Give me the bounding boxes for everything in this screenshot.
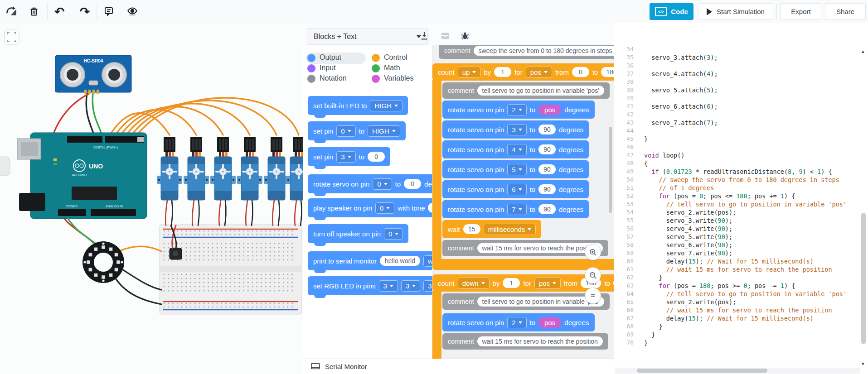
block-dropdown[interactable]: 7 xyxy=(507,204,526,215)
loop-end[interactable] xyxy=(432,259,614,270)
block-value-input[interactable]: 1 xyxy=(494,67,511,77)
block-dropdown[interactable]: pos xyxy=(534,278,561,289)
block-dropdown[interactable]: 0 xyxy=(336,125,355,137)
block-dropdown[interactable]: 3 xyxy=(507,124,526,135)
block-dropdown[interactable]: 0 xyxy=(384,228,403,240)
block-value-input[interactable]: 90 xyxy=(538,125,556,134)
block-dropdown[interactable]: pos xyxy=(526,67,552,78)
block-value-input[interactable]: 0 xyxy=(572,67,589,77)
code-vertical-scrollbar[interactable] xyxy=(861,213,866,344)
count-loop-block[interactable]: countupby1forposfrom0to180 xyxy=(432,63,614,81)
comment-block[interactable]: commentwait 15 ms for servo to reach the… xyxy=(442,240,608,256)
micro-servo-4[interactable] xyxy=(237,137,262,225)
code-button[interactable]: </> Code xyxy=(650,3,693,20)
wait-block[interactable]: wait15milliseconds xyxy=(442,220,541,238)
block-value-input[interactable]: 90 xyxy=(538,164,556,174)
serial-monitor-toggle[interactable]: Serial Monitor xyxy=(303,359,614,374)
block-value-input[interactable]: sweep the servo from 0 to 180 degrees in… xyxy=(474,46,614,56)
start-simulation-button[interactable]: Start Simulation xyxy=(698,3,773,20)
block-dropdown[interactable]: 4 xyxy=(507,144,526,155)
block-value-input[interactable]: 600 xyxy=(428,203,432,213)
share-button[interactable]: Share xyxy=(825,3,866,20)
workspace-scrollbar[interactable] xyxy=(609,127,612,213)
block-dropdown[interactable]: 2 xyxy=(507,104,526,115)
category-notation[interactable]: Notation xyxy=(320,74,347,82)
block-value-input[interactable]: 0 xyxy=(368,152,385,162)
category-dot-notation[interactable] xyxy=(307,75,315,83)
code-text[interactable]: servo_3.attach(3); servo_4.attach(4); se… xyxy=(644,45,858,347)
block-value-input[interactable]: 1 xyxy=(503,278,520,288)
block-dropdown[interactable]: HIGH xyxy=(370,100,402,111)
zoom-in-button[interactable] xyxy=(585,244,601,260)
block-dropdown[interactable]: 0 xyxy=(373,178,392,190)
micro-servo-2[interactable] xyxy=(184,137,209,225)
rotate-servo-block[interactable]: rotate servo on pin3to90degrees xyxy=(442,120,589,139)
download-icon[interactable] xyxy=(417,28,432,43)
redo-icon[interactable]: ↷ xyxy=(77,4,92,19)
block-dropdown[interactable]: milliseconds xyxy=(484,224,536,235)
category-output[interactable]: Output xyxy=(320,53,341,62)
micro-servo-6[interactable] xyxy=(286,137,303,225)
rotate-servo-block[interactable]: rotate servo on pin7to90degrees xyxy=(442,200,589,218)
category-dot-variables[interactable] xyxy=(372,75,380,83)
palette-block[interactable]: set pin3to0 xyxy=(308,147,390,166)
block-dropdown[interactable]: 0 xyxy=(375,202,394,214)
scroll-down-arrow[interactable]: ▼ xyxy=(861,361,865,366)
trash-icon[interactable] xyxy=(26,4,42,19)
block-dropdown[interactable]: up xyxy=(458,67,481,78)
block-dropdown[interactable]: 3 xyxy=(401,280,420,292)
block-dropdown[interactable]: down xyxy=(458,278,490,289)
block-variable[interactable]: pos xyxy=(538,105,561,115)
undo-icon[interactable]: ↶ xyxy=(52,4,67,19)
neopixel-ring[interactable] xyxy=(82,241,124,283)
block-dropdown[interactable]: with newline xyxy=(423,255,432,267)
loop-spine[interactable] xyxy=(432,80,441,259)
code-horizontal-scrollbar[interactable] xyxy=(637,369,767,373)
zoom-reset-button[interactable]: = xyxy=(585,288,601,304)
rotate-servo-block[interactable]: rotate servo on pin6to90degrees xyxy=(442,180,589,198)
block-value-input[interactable]: 90 xyxy=(538,184,556,194)
block-value-input[interactable]: tell servo to go to position in variable… xyxy=(477,86,604,96)
micro-servo-3[interactable] xyxy=(210,137,236,225)
category-variables[interactable]: Variables xyxy=(384,74,414,82)
block-dropdown[interactable]: 3 xyxy=(379,280,398,292)
rotate-icon[interactable] xyxy=(4,4,19,19)
loop-spine[interactable] xyxy=(432,291,441,359)
palette-block[interactable]: print to serial monitorhello worldwith n… xyxy=(308,251,432,270)
library-icon[interactable] xyxy=(437,28,453,43)
rotate-servo-block[interactable]: rotate servo on pin4to90degrees xyxy=(442,140,589,158)
block-value-input[interactable]: 90 xyxy=(538,204,556,214)
block-value-input[interactable]: 90 xyxy=(538,144,556,154)
block-dropdown[interactable]: 6 xyxy=(507,184,526,195)
debug-icon[interactable] xyxy=(457,28,473,43)
category-dot-output[interactable] xyxy=(307,54,315,62)
servo-signal-wires[interactable] xyxy=(109,98,299,137)
comment-block[interactable]: commentwait 15 ms for servo to reach the… xyxy=(442,333,608,350)
category-math[interactable]: Math xyxy=(384,64,400,72)
category-input[interactable]: Input xyxy=(320,64,336,72)
block-dropdown[interactable]: 3 xyxy=(423,280,432,292)
ultrasonic-sensor[interactable]: HC-SR04 xyxy=(55,55,131,94)
block-value-input[interactable]: hello world xyxy=(380,256,420,266)
rotate-servo-block[interactable]: rotate servo on pin2toposdegrees xyxy=(442,101,595,119)
arduino-uno-board[interactable]: UNO ARDUINO DIGITAL (PWM~) POWER ANALOG … xyxy=(17,133,147,219)
palette-block[interactable]: set pin0toHIGH xyxy=(308,121,406,140)
palette-block[interactable]: rotate servo on pin0to0degrees xyxy=(308,174,432,193)
block-dropdown[interactable]: HIGH xyxy=(368,125,400,137)
comment-block[interactable]: commentsweep the servo from 0 to 180 deg… xyxy=(439,45,614,59)
block-dropdown[interactable]: 3 xyxy=(336,151,355,163)
block-variable[interactable]: pos xyxy=(538,317,561,328)
component-visibility-icon[interactable] xyxy=(125,4,140,19)
rotate-servo-block[interactable]: rotate servo on pin5to90degrees xyxy=(442,160,589,178)
edit-mode-select[interactable]: Blocks + Text xyxy=(307,28,428,45)
scroll-up-arrow[interactable]: ▲ xyxy=(861,49,865,54)
category-dot-math[interactable] xyxy=(372,64,380,72)
panel-pull-tab[interactable] xyxy=(0,157,10,176)
comment-block[interactable]: commenttell servo to go to position in v… xyxy=(442,82,610,99)
palette-block[interactable]: set built-in LED toHIGH xyxy=(308,96,408,115)
code-editor[interactable]: 3435363738394041424344454647484950515253… xyxy=(614,23,868,374)
zoom-out-button[interactable] xyxy=(585,267,601,283)
palette-block[interactable]: play speaker on pin0with tone600 xyxy=(308,198,432,217)
pushbutton[interactable] xyxy=(170,248,182,259)
micro-servo-1[interactable] xyxy=(157,137,182,225)
